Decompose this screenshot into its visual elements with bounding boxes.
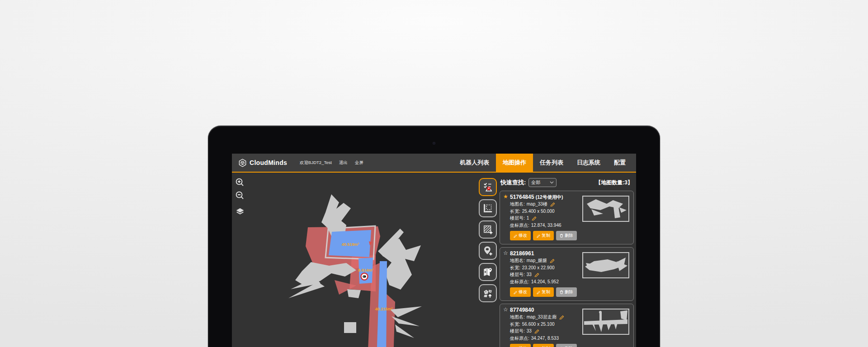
copy-button[interactable]: 复制 <box>533 344 554 347</box>
upload-map-icon[interactable] <box>479 284 497 302</box>
cloudminds-logo-icon <box>238 159 247 167</box>
map-size-value: 56.600 x 25.100 <box>522 321 555 328</box>
map-size-value: 25.400 x 50.000 <box>522 208 555 215</box>
copy-button[interactable]: 复制 <box>533 231 554 240</box>
map-filter-select[interactable]: 全部 <box>528 178 557 187</box>
map-card-3[interactable]: ☆ 87749840 地图名: map_33层走廊 长宽: 56.600 x 2… <box>500 304 634 347</box>
add-poi-icon[interactable] <box>479 242 497 260</box>
trash-icon <box>560 234 563 238</box>
nav-tab-robot-list[interactable]: 机器人列表 <box>453 154 496 172</box>
edit-pencil-icon[interactable] <box>532 216 537 220</box>
app-header: CloudMinds 欢迎BJDT2_Test 退出 全屏 机器人列表 地图操作… <box>232 154 636 173</box>
modify-button[interactable]: 修改 <box>510 287 531 297</box>
brand-name: CloudMinds <box>250 159 287 166</box>
map-floor-value: 33 <box>527 328 532 335</box>
map-thumbnail <box>582 309 629 335</box>
mapping-task-pin-icon[interactable] <box>479 178 497 196</box>
map-origin-value: 34.247, 8.533 <box>531 335 559 342</box>
edit-pencil-icon[interactable] <box>550 202 555 206</box>
card-actions: 修改 复制 删除 <box>510 344 630 347</box>
app-screen: CloudMinds 欢迎BJDT2_Test 退出 全屏 机器人列表 地图操作… <box>232 154 636 347</box>
map-name-value: map_腿腿 <box>527 257 547 264</box>
field-label-origin: 坐标原点: <box>510 222 529 229</box>
modify-button[interactable]: 修改 <box>510 231 531 240</box>
field-label-floor: 楼层号: <box>510 271 525 278</box>
field-label-size: 长宽: <box>510 264 520 272</box>
map-list-panel: 快速查找: 全部 【地图数量:3】 ★ 51764845 (12号使用中) <box>500 173 636 347</box>
chevron-down-icon <box>550 181 554 184</box>
zoom-out-icon[interactable] <box>235 190 245 201</box>
field-label-size: 长宽: <box>510 208 520 215</box>
star-icon[interactable]: ☆ <box>503 250 508 256</box>
edit-pencil-icon[interactable] <box>534 272 539 277</box>
map-card-2[interactable]: ☆ 82186961 地图名: map_腿腿 长宽: 23.200 x 22.9… <box>500 247 634 301</box>
star-icon[interactable]: ☆ <box>503 306 508 313</box>
main-nav: 机器人列表 地图操作 任务列表 日志系统 配置 <box>453 154 636 172</box>
webcam-dot <box>433 142 435 145</box>
field-label-size: 长宽: <box>510 321 520 328</box>
layers-icon[interactable] <box>235 206 245 217</box>
content-area: 40.519m² 8.614m² 40.215m² <box>232 173 636 347</box>
brand: CloudMinds <box>238 159 287 167</box>
map-filter-value: 全部 <box>531 179 540 186</box>
star-icon[interactable]: ★ <box>503 193 508 200</box>
map-origin-value: 14.204, 5.952 <box>531 278 559 286</box>
logout-link[interactable]: 退出 <box>339 160 348 166</box>
map-floor-value: 1 <box>527 215 529 222</box>
zoom-in-icon[interactable] <box>235 177 245 188</box>
map-thumbnail <box>582 196 629 222</box>
session-bar: 欢迎BJDT2_Test 退出 全屏 <box>300 160 363 166</box>
nav-tab-map-operation[interactable]: 地图操作 <box>496 154 533 172</box>
pencil-icon <box>537 234 540 238</box>
field-label-name: 地图名: <box>510 201 525 208</box>
map-floor-value: 33 <box>527 271 532 278</box>
zone-area-label-3: 40.215m² <box>375 307 393 311</box>
zone-area-label-2: 8.614m² <box>358 268 373 272</box>
fullscreen-link[interactable]: 全屏 <box>355 160 363 166</box>
map-size-value: 23.200 x 22.900 <box>522 264 555 272</box>
nav-tab-log-system[interactable]: 日志系统 <box>570 154 607 172</box>
map-id: 87749840 <box>510 307 534 313</box>
measure-area-icon[interactable] <box>479 199 497 217</box>
quick-find-label: 快速查找: <box>500 178 526 187</box>
field-label-origin: 坐标原点: <box>510 335 529 342</box>
nav-tab-config[interactable]: 配置 <box>607 154 632 172</box>
card-actions: 修改 复制 删除 <box>510 231 630 240</box>
map-drawing: 40.519m² 8.614m² 40.215m² <box>232 173 476 347</box>
map-name-value: map_33层走廊 <box>527 314 557 321</box>
field-label-floor: 楼层号: <box>510 328 525 335</box>
map-origin-value: 12.874, 33.946 <box>531 222 561 229</box>
map-name-value: map_33楼 <box>527 201 547 208</box>
delete-button[interactable]: 删除 <box>556 287 577 297</box>
add-region-icon[interactable] <box>479 220 497 239</box>
zone-area-label-1: 40.519m² <box>342 242 359 247</box>
pencil-icon <box>514 234 517 238</box>
pencil-icon <box>514 291 517 294</box>
edit-pencil-icon[interactable] <box>559 315 564 319</box>
pencil-icon <box>537 291 540 294</box>
edit-pencil-icon[interactable] <box>534 329 539 333</box>
map-usage-suffix: (12号使用中) <box>536 194 563 200</box>
copy-button[interactable]: 复制 <box>533 287 554 297</box>
map-toolbar <box>476 173 500 347</box>
welcome-text: 欢迎BJDT2_Test <box>300 160 332 166</box>
map-card-1[interactable]: ★ 51764845 (12号使用中) 地图名: map_33楼 长宽: 25.… <box>500 191 634 244</box>
map-canvas[interactable]: 40.519m² 8.614m² 40.215m² <box>232 173 476 347</box>
nav-tab-task-list[interactable]: 任务列表 <box>533 154 570 172</box>
field-label-name: 地图名: <box>510 314 525 321</box>
map-marker-icon[interactable] <box>479 263 497 281</box>
map-count-text: 【地图数量:3】 <box>595 179 633 187</box>
delete-button[interactable]: 删除 <box>556 344 577 347</box>
map-id: 82186961 <box>510 250 534 257</box>
modify-button[interactable]: 修改 <box>510 344 531 347</box>
laptop-mockup: CloudMinds 欢迎BJDT2_Test 退出 全屏 机器人列表 地图操作… <box>208 126 660 347</box>
card-actions: 修改 复制 删除 <box>510 287 630 297</box>
field-label-name: 地图名: <box>510 257 525 264</box>
robot-position-marker <box>361 273 368 280</box>
field-label-floor: 楼层号: <box>510 215 525 222</box>
delete-button[interactable]: 删除 <box>556 231 577 240</box>
panel-top-bar: 快速查找: 全部 【地图数量:3】 <box>500 178 633 187</box>
field-label-origin: 坐标原点: <box>510 278 529 286</box>
edit-pencil-icon[interactable] <box>550 258 555 263</box>
trash-icon <box>560 290 563 294</box>
